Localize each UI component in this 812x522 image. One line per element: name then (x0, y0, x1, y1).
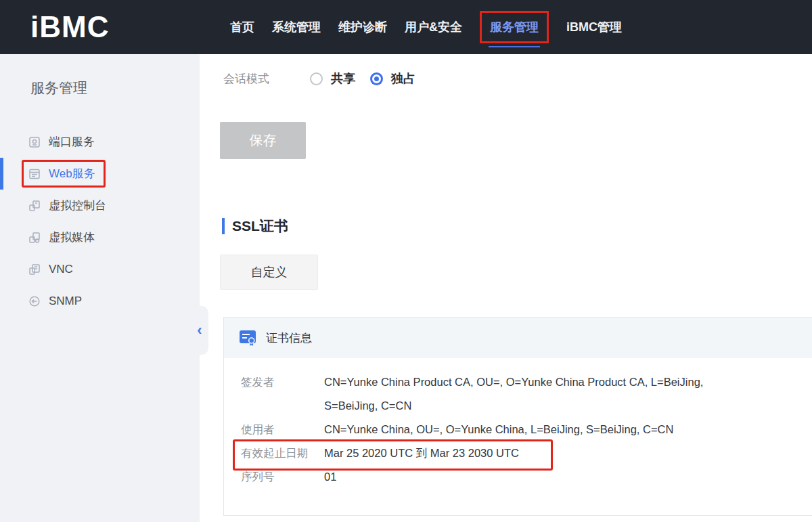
cert-row-label: 签发者 (241, 370, 324, 418)
app-logo: iBMC (30, 10, 109, 44)
nav-service-management[interactable]: 服务管理 (480, 11, 549, 43)
sidebar-item-label: 虚拟媒体 (49, 230, 95, 245)
certificate-panel-title: 证书信息 (266, 330, 312, 346)
ssl-section-title-text: SSL证书 (232, 217, 288, 236)
sidebar-item-snmp[interactable]: SNMP (0, 285, 200, 317)
nav-maintenance-diagnosis[interactable]: 维护诊断 (338, 19, 387, 35)
sidebar-item-label: Web服务 (49, 166, 95, 181)
nav-ibmc-management[interactable]: iBMC管理 (566, 19, 622, 35)
session-mode-label: 会话模式 (223, 71, 310, 87)
radio-shared-circle[interactable] (310, 72, 323, 85)
radio-option-shared[interactable]: 共享 (310, 70, 355, 87)
certificate-panel-header: 证书信息 (224, 318, 812, 358)
nav-service-management-label: 服务管理 (490, 20, 539, 34)
sidebar-item-web-service[interactable]: Web服务 (0, 158, 200, 190)
sidebar-menu: 端口服务 Web服务 (0, 126, 200, 317)
sidebar-item-port-service[interactable]: 端口服务 (0, 126, 200, 158)
virtual-media-icon (28, 232, 41, 244)
title-accent-bar (222, 218, 225, 234)
sidebar-item-label: VNC (49, 263, 73, 276)
certificate-info-panel: 证书信息 签发者 CN=Yunke China Product CA, OU=,… (223, 317, 812, 516)
radio-option-exclusive[interactable]: 独占 (370, 70, 415, 87)
web-service-icon (28, 168, 41, 180)
cert-row-label: 有效起止日期 (241, 441, 324, 465)
cert-row-value: CN=Yunke China, OU=, O=Yunke China, L=Be… (324, 418, 673, 441)
cert-row-label: 序列号 (241, 465, 324, 489)
sidebar-item-vnc[interactable]: VNC (0, 253, 200, 285)
cert-row-serial-number: 序列号 01 (241, 465, 812, 489)
cert-row-value: CN=Yunke China Product CA, OU=, O=Yunke … (324, 370, 706, 418)
sidebar-item-virtual-media[interactable]: 虚拟媒体 (0, 221, 200, 253)
ssl-section-title: SSL证书 (222, 217, 288, 236)
sidebar-item-label: 虚拟控制台 (49, 198, 106, 213)
sidebar: 服务管理 端口服务 (0, 54, 200, 522)
certificate-details: 签发者 CN=Yunke China Product CA, OU=, O=Yu… (224, 358, 812, 489)
sidebar-item-virtual-console[interactable]: 虚拟控制台 (0, 190, 200, 221)
nav-system-management[interactable]: 系统管理 (272, 19, 321, 35)
nav-user-security[interactable]: 用户&安全 (405, 19, 462, 35)
certificate-icon (239, 329, 256, 347)
sidebar-title: 服务管理 (30, 79, 200, 97)
cert-row-issuer: 签发者 CN=Yunke China Product CA, OU=, O=Yu… (241, 370, 812, 418)
save-button[interactable]: 保存 (220, 122, 306, 159)
radio-exclusive-label: 独占 (391, 70, 415, 87)
session-mode-radio-group: 共享 独占 (310, 70, 415, 87)
top-nav: 首页 系统管理 维护诊断 用户&安全 服务管理 iBMC管理 (230, 0, 622, 54)
session-mode-row: 会话模式 共享 独占 (223, 70, 415, 87)
active-indicator-bar (0, 158, 3, 190)
virtual-console-icon (28, 200, 41, 212)
main-content: 会话模式 共享 独占 保存 SSL证书 自定义 (200, 54, 812, 522)
sidebar-item-label: 端口服务 (49, 134, 95, 150)
radio-shared-label: 共享 (331, 70, 355, 87)
snmp-icon (28, 295, 41, 307)
customize-button[interactable]: 自定义 (220, 255, 318, 290)
vnc-icon (28, 263, 41, 276)
sidebar-item-label: SNMP (49, 295, 82, 308)
cert-row-label: 使用者 (241, 418, 324, 441)
cert-row-value: Mar 25 2020 UTC 到 Mar 23 2030 UTC (324, 441, 519, 465)
nav-home[interactable]: 首页 (230, 19, 254, 35)
radio-exclusive-circle[interactable] (370, 72, 383, 85)
cert-row-validity-period: 有效起止日期 Mar 25 2020 UTC 到 Mar 23 2030 UTC (241, 441, 812, 465)
top-header: iBMC 首页 系统管理 维护诊断 用户&安全 服务管理 iBMC管理 (0, 0, 812, 54)
cert-row-subject: 使用者 CN=Yunke China, OU=, O=Yunke China, … (241, 418, 812, 441)
port-service-icon (28, 136, 41, 148)
cert-row-value: 01 (324, 465, 336, 489)
